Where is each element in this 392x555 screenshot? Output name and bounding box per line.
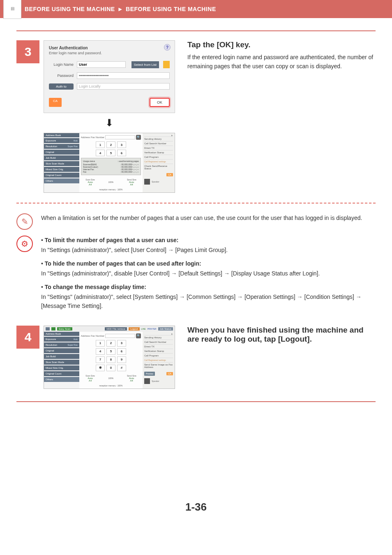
side-mixed-size[interactable]: Mixed Size Orig. <box>44 167 79 172</box>
side4-mixed-size[interactable]: Mixed Size Orig. <box>44 365 79 370</box>
note-settings: ⚙ • To limit the number of pages that a … <box>16 236 376 315</box>
side4-original-count[interactable]: Original Count <box>44 371 79 376</box>
preview-button[interactable]: Preview <box>144 372 155 376</box>
side-job-build[interactable]: Job Build <box>44 155 79 160</box>
key-8[interactable]: 8 <box>106 356 115 363</box>
divider-bottom <box>16 401 376 402</box>
keypad: 1 2 3 4 5 6 <box>81 141 141 156</box>
fax-number-label-4: Fax Number <box>91 335 104 337</box>
scan-size-4: Scan Size Auto A4 <box>85 375 95 382</box>
scan-size: Scan Size Auto A4 <box>85 178 95 186</box>
help-icon[interactable]: ? <box>164 44 171 51</box>
job-status-button[interactable]: Job Status <box>158 327 173 331</box>
key-4[interactable]: 4 <box>96 348 105 355</box>
r-sending-history[interactable]: Sending History <box>144 136 173 141</box>
crumb-1[interactable]: BEFORE USING THE MACHINE <box>25 6 115 12</box>
note2-1-body: In "Settings (administrator)", disable [… <box>41 269 376 278</box>
fax-number-input-4[interactable] <box>105 334 135 338</box>
side-slow-scan[interactable]: Slow Scan Mode <box>44 161 79 166</box>
key-7[interactable]: 7 <box>96 356 105 363</box>
step-3: 3 User Authentication Enter login name a… <box>16 40 376 193</box>
ca-button[interactable]: CA <box>49 98 62 107</box>
login-name-label: Login Name <box>49 62 74 67</box>
r-direct-tx[interactable]: Direct TX <box>144 146 173 150</box>
address-book-tab[interactable]: Address Book <box>44 133 79 137</box>
r-call-program[interactable]: Call Program <box>144 155 173 159</box>
address-book-tab-4[interactable]: Address Book <box>44 332 79 336</box>
key-5[interactable]: 5 <box>106 150 115 156</box>
r-verification-stamp[interactable]: Verification Stamp <box>144 150 173 155</box>
device-screen-after-login: Address Book ExposureAuto ResolutionSupe… <box>44 133 175 193</box>
side-exposure[interactable]: ExposureAuto <box>44 138 79 143</box>
fax-number-input[interactable] <box>105 135 135 139</box>
send-size: Send Size Auto A4 <box>127 178 136 186</box>
page-number: 1-36 <box>16 501 376 513</box>
auth-to-button[interactable]: Auth to <box>49 83 74 90</box>
chevron-right-icon: ► <box>118 6 123 12</box>
key-0[interactable]: 0 <box>106 365 115 371</box>
note-limitation-text: When a limitation is set for the number … <box>41 213 376 222</box>
ca-button-2[interactable]: CA <box>166 173 173 176</box>
key-1[interactable]: 1 <box>96 141 105 148</box>
r4-call-registered[interactable]: Call Registered settings <box>144 358 173 362</box>
usage-status-box: Usage status: used/remaining pages Scann… <box>81 158 141 175</box>
r4-direct-tx[interactable]: Direct TX <box>144 344 173 349</box>
doc-icon: ▤ <box>3 0 21 19</box>
r-check-send-receive[interactable]: Check Send/Receive Status <box>144 164 173 171</box>
logout-button[interactable]: Logout <box>129 327 139 331</box>
pencil-icon: ✎ <box>16 213 33 230</box>
side4-exposure[interactable]: ExposureAuto <box>44 337 79 342</box>
key-star[interactable]: ✱ <box>96 365 105 371</box>
user-icon[interactable] <box>163 61 170 68</box>
ok-button[interactable]: OK <box>150 98 170 107</box>
note2-2-head: To change the message display time: <box>45 284 146 290</box>
r4-call-program[interactable]: Call Program <box>144 353 173 358</box>
hdd-button[interactable]: HDD File retrieve <box>105 327 127 331</box>
speaker-icon[interactable] <box>144 179 150 185</box>
side4-slow-scan[interactable]: Slow Scan Mode <box>44 360 79 365</box>
easy-scan-tab[interactable]: Easy Scan <box>57 327 72 331</box>
reception-memory: reception memory : 100% <box>81 188 141 191</box>
key-3[interactable]: 3 <box>117 141 126 148</box>
r-call-search[interactable]: Call Search Number <box>144 141 173 146</box>
side-original[interactable]: Original <box>44 150 79 155</box>
address-label-4: Address <box>81 335 90 337</box>
r4-send-same[interactable]: Send Same Image as Fax Address <box>144 362 173 369</box>
r4-sending-history[interactable]: Sending History <box>144 335 173 340</box>
login-name-field[interactable]: User <box>77 61 126 68</box>
password-field[interactable]: ••••••••••••••••••••••• <box>77 72 170 79</box>
side-resolution[interactable]: ResolutionSuper Fine <box>44 144 79 149</box>
key-1[interactable]: 1 <box>96 340 105 347</box>
search-icon-4[interactable]: 🔍 <box>136 333 141 338</box>
step3-title: Tap the [OK] key. <box>187 40 376 49</box>
ca-button-4[interactable]: CA <box>166 372 173 375</box>
auth-to-field[interactable]: Login Locally <box>77 83 170 90</box>
side-others[interactable]: Others <box>44 178 79 183</box>
step-number-4: 4 <box>16 326 39 349</box>
crumb-2[interactable]: BEFORE USING THE MACHINE <box>126 6 216 12</box>
key-4[interactable]: 4 <box>96 150 105 156</box>
r-call-registered[interactable]: Call Registered settings <box>144 159 173 164</box>
key-3[interactable]: 3 <box>117 340 126 347</box>
r4-verification-stamp[interactable]: Verification Stamp <box>144 349 173 353</box>
search-icon[interactable]: 🔍 <box>136 135 141 140</box>
password-label: Password <box>49 74 74 78</box>
key-5[interactable]: 5 <box>106 348 115 355</box>
key-2[interactable]: 2 <box>106 340 115 347</box>
key-9[interactable]: 9 <box>117 356 126 363</box>
auth-title: User Authentication <box>49 46 170 50</box>
key-6[interactable]: 6 <box>117 348 126 355</box>
key-hash[interactable]: # <box>117 365 126 371</box>
r4-call-search[interactable]: Call Search Number <box>144 340 173 344</box>
select-from-list-button[interactable]: Select from List <box>131 61 159 68</box>
side4-others[interactable]: Others <box>44 377 79 382</box>
speaker-icon-4[interactable] <box>144 378 150 384</box>
step-number: 3 <box>16 40 39 63</box>
key-2[interactable]: 2 <box>106 141 115 148</box>
step3-body: If the entered login name and password a… <box>187 53 376 71</box>
side-original-count[interactable]: Original Count <box>44 173 79 178</box>
side4-resolution[interactable]: ResolutionSuper Fine <box>44 342 79 347</box>
side4-job-build[interactable]: Job Build <box>44 354 79 359</box>
side4-original[interactable]: Original <box>44 348 79 353</box>
key-6[interactable]: 6 <box>117 150 126 156</box>
